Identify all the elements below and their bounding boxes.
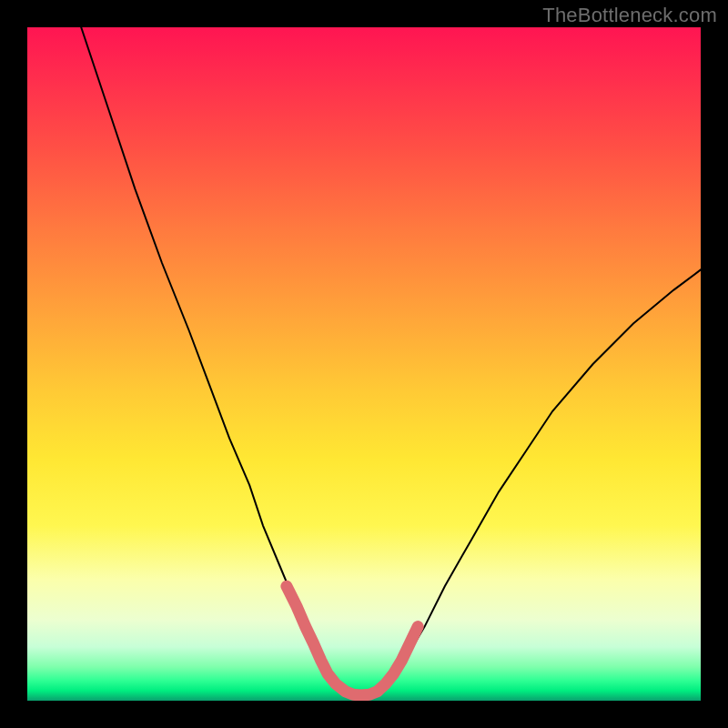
bottleneck-curve: [81, 27, 701, 695]
chart-frame: TheBottleneck.com: [0, 0, 728, 728]
chart-svg-layer: [27, 27, 701, 701]
sweet-spot-highlight: [287, 586, 418, 695]
watermark-text: TheBottleneck.com: [542, 4, 717, 27]
